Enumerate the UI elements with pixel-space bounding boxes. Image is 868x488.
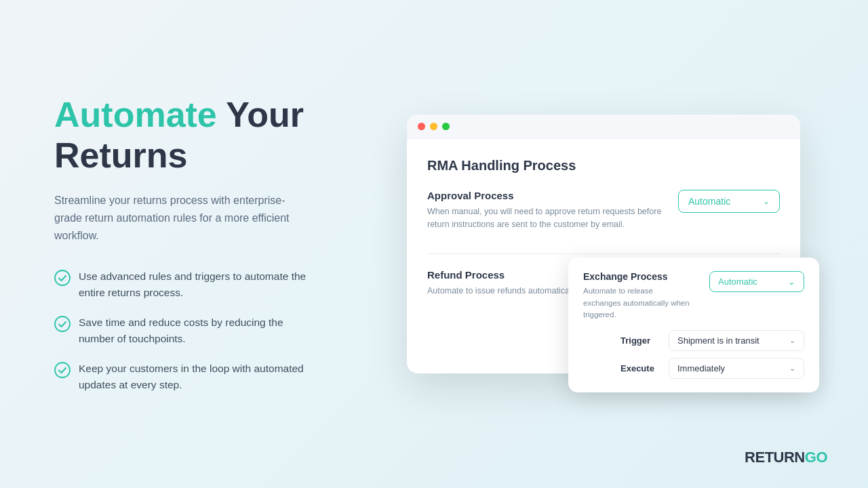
exchange-title-col: Exchange Process Automate to release exc…	[583, 271, 692, 321]
approval-left: Approval Process When manual, you will n…	[427, 190, 665, 231]
check-icon-1	[54, 270, 71, 286]
feature-item-2: Save time and reduce costs by reducing t…	[54, 314, 312, 347]
svg-point-0	[55, 270, 70, 285]
browser-wrapper: RMA Handling Process Approval Process Wh…	[407, 115, 800, 373]
exchange-select[interactable]: Automatic ⌄	[709, 271, 804, 292]
left-panel: Automate Your Returns Streamline your re…	[0, 54, 366, 434]
logo: RETURNGO	[745, 449, 827, 466]
browser-dot-red	[418, 123, 425, 130]
exchange-header-row: Exchange Process Automate to release exc…	[583, 271, 804, 321]
svg-point-1	[55, 317, 70, 331]
approval-select[interactable]: Automatic ⌄	[678, 190, 780, 213]
approval-desc: When manual, you will need to approve re…	[427, 205, 665, 231]
exchange-execute-chevron: ⌄	[789, 364, 795, 373]
exchange-chevron: ⌄	[788, 277, 795, 287]
check-icon-2	[54, 316, 71, 332]
feature-item-1: Use advanced rules and triggers to autom…	[54, 268, 312, 301]
exchange-trigger-chevron: ⌄	[789, 336, 795, 345]
headline-highlight: Automate	[54, 95, 217, 134]
exchange-trigger-value: Shipment is in transit	[677, 336, 760, 346]
exchange-value: Automatic	[718, 277, 757, 287]
exchange-execute-select[interactable]: Immediately ⌄	[669, 358, 804, 379]
exchange-trigger-execute: Trigger Shipment is in transit ⌄ Execute…	[583, 330, 804, 379]
exchange-overlay: Exchange Process Automate to release exc…	[568, 258, 819, 392]
exchange-execute-value: Immediately	[677, 363, 725, 373]
logo-part1: RETURN	[745, 449, 805, 466]
window-title: RMA Handling Process	[427, 158, 780, 174]
approval-header: Approval Process When manual, you will n…	[427, 190, 780, 231]
browser-bar	[407, 115, 800, 139]
check-icon-3	[54, 362, 71, 378]
right-panel: RMA Handling Process Approval Process Wh…	[366, 101, 868, 387]
approval-value: Automatic	[688, 196, 730, 207]
headline: Automate Your Returns	[54, 95, 312, 176]
browser-dot-green	[442, 123, 450, 130]
approval-chevron: ⌄	[763, 197, 770, 206]
exchange-trigger-select[interactable]: Shipment is in transit ⌄	[669, 330, 804, 351]
approval-title: Approval Process	[427, 190, 665, 201]
feature-text-1: Use advanced rules and triggers to autom…	[79, 268, 312, 301]
exchange-execute-label: Execute	[620, 363, 658, 373]
exchange-trigger-row: Trigger Shipment is in transit ⌄	[583, 330, 804, 351]
feature-text-3: Keep your customers in the loop with aut…	[79, 361, 312, 393]
approval-section: Approval Process When manual, you will n…	[427, 190, 780, 255]
feature-item-3: Keep your customers in the loop with aut…	[54, 361, 312, 393]
logo-part2: GO	[805, 449, 827, 466]
exchange-execute-row: Execute Immediately ⌄	[583, 358, 804, 379]
browser-dot-yellow	[430, 123, 437, 130]
svg-point-2	[55, 363, 70, 378]
exchange-desc: Automate to release exchanges automatica…	[583, 285, 692, 321]
feature-text-2: Save time and reduce costs by reducing t…	[79, 314, 312, 347]
exchange-title: Exchange Process	[583, 271, 692, 282]
subtitle: Streamline your returns process with ent…	[54, 192, 312, 244]
exchange-trigger-label: Trigger	[620, 336, 658, 346]
features-list: Use advanced rules and triggers to autom…	[54, 268, 312, 393]
